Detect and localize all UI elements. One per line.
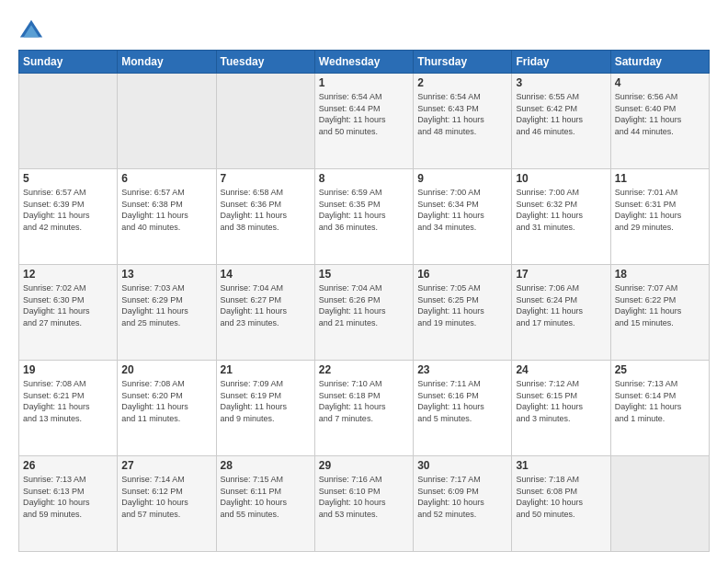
day-of-week-header: Sunday: [19, 51, 118, 74]
day-of-week-header: Friday: [512, 51, 610, 74]
logo: [18, 17, 48, 42]
calendar-day-cell: 7Sunrise: 6:58 AM Sunset: 6:36 PM Daylig…: [216, 169, 314, 265]
day-number: 28: [221, 459, 311, 472]
day-number: 10: [516, 172, 606, 185]
day-number: 27: [121, 459, 211, 472]
header: [18, 17, 710, 42]
day-info: Sunrise: 7:04 AM Sunset: 6:26 PM Dayligh…: [319, 282, 409, 328]
day-number: 1: [319, 76, 409, 89]
day-info: Sunrise: 7:18 AM Sunset: 6:08 PM Dayligh…: [516, 474, 606, 520]
day-number: 13: [121, 268, 211, 281]
day-info: Sunrise: 6:57 AM Sunset: 6:39 PM Dayligh…: [23, 187, 113, 233]
calendar-day-cell: 13Sunrise: 7:03 AM Sunset: 6:29 PM Dayli…: [118, 265, 216, 361]
calendar-day-cell: 8Sunrise: 6:59 AM Sunset: 6:35 PM Daylig…: [314, 169, 413, 265]
day-number: 15: [319, 268, 409, 281]
calendar-week-row: 19Sunrise: 7:08 AM Sunset: 6:21 PM Dayli…: [19, 361, 710, 456]
day-of-week-header: Wednesday: [314, 51, 413, 74]
day-number: 24: [516, 363, 606, 376]
calendar-week-row: 26Sunrise: 7:13 AM Sunset: 6:13 PM Dayli…: [19, 456, 710, 552]
day-number: 25: [615, 363, 705, 376]
calendar-week-row: 12Sunrise: 7:02 AM Sunset: 6:30 PM Dayli…: [19, 265, 710, 361]
day-of-week-header: Thursday: [414, 51, 512, 74]
day-info: Sunrise: 7:02 AM Sunset: 6:30 PM Dayligh…: [23, 282, 113, 328]
page: SundayMondayTuesdayWednesdayThursdayFrid…: [0, 0, 728, 563]
calendar-day-cell: 27Sunrise: 7:14 AM Sunset: 6:12 PM Dayli…: [118, 456, 216, 552]
day-of-week-header: Monday: [118, 51, 216, 74]
calendar-day-cell: 10Sunrise: 7:00 AM Sunset: 6:32 PM Dayli…: [512, 169, 610, 265]
day-number: 22: [319, 363, 409, 376]
day-info: Sunrise: 7:11 AM Sunset: 6:16 PM Dayligh…: [417, 378, 507, 424]
day-number: 29: [319, 459, 409, 472]
day-info: Sunrise: 7:14 AM Sunset: 6:12 PM Dayligh…: [121, 474, 211, 520]
day-number: 7: [221, 172, 311, 185]
logo-icon: [18, 17, 44, 42]
calendar-day-cell: 30Sunrise: 7:17 AM Sunset: 6:09 PM Dayli…: [414, 456, 512, 552]
calendar-day-cell: 20Sunrise: 7:08 AM Sunset: 6:20 PM Dayli…: [118, 361, 216, 456]
day-info: Sunrise: 7:12 AM Sunset: 6:15 PM Dayligh…: [516, 378, 606, 424]
day-number: 19: [23, 363, 113, 376]
day-number: 31: [516, 459, 606, 472]
day-info: Sunrise: 7:04 AM Sunset: 6:27 PM Dayligh…: [221, 282, 311, 328]
day-info: Sunrise: 7:00 AM Sunset: 6:32 PM Dayligh…: [516, 187, 606, 233]
day-info: Sunrise: 6:59 AM Sunset: 6:35 PM Dayligh…: [319, 187, 409, 233]
day-info: Sunrise: 7:08 AM Sunset: 6:20 PM Dayligh…: [121, 378, 211, 424]
calendar-day-cell: 12Sunrise: 7:02 AM Sunset: 6:30 PM Dayli…: [19, 265, 118, 361]
day-info: Sunrise: 6:55 AM Sunset: 6:42 PM Dayligh…: [516, 91, 606, 137]
calendar-day-cell: 18Sunrise: 7:07 AM Sunset: 6:22 PM Dayli…: [610, 265, 709, 361]
calendar-day-cell: 1Sunrise: 6:54 AM Sunset: 6:44 PM Daylig…: [314, 74, 413, 169]
calendar-day-cell: 14Sunrise: 7:04 AM Sunset: 6:27 PM Dayli…: [216, 265, 314, 361]
day-info: Sunrise: 7:15 AM Sunset: 6:11 PM Dayligh…: [221, 474, 311, 520]
calendar-day-cell: 28Sunrise: 7:15 AM Sunset: 6:11 PM Dayli…: [216, 456, 314, 552]
day-number: 30: [417, 459, 507, 472]
day-number: 11: [615, 172, 705, 185]
day-number: 18: [615, 268, 705, 281]
calendar-day-cell: [216, 74, 314, 169]
calendar-day-cell: 5Sunrise: 6:57 AM Sunset: 6:39 PM Daylig…: [19, 169, 118, 265]
day-info: Sunrise: 7:08 AM Sunset: 6:21 PM Dayligh…: [23, 378, 113, 424]
day-number: 5: [23, 172, 113, 185]
day-info: Sunrise: 6:58 AM Sunset: 6:36 PM Dayligh…: [221, 187, 311, 233]
day-info: Sunrise: 6:57 AM Sunset: 6:38 PM Dayligh…: [121, 187, 211, 233]
day-info: Sunrise: 7:13 AM Sunset: 6:14 PM Dayligh…: [615, 378, 705, 424]
day-number: 14: [221, 268, 311, 281]
calendar-day-cell: [19, 74, 118, 169]
calendar-day-cell: 25Sunrise: 7:13 AM Sunset: 6:14 PM Dayli…: [610, 361, 709, 456]
calendar-day-cell: 9Sunrise: 7:00 AM Sunset: 6:34 PM Daylig…: [414, 169, 512, 265]
calendar-day-cell: 16Sunrise: 7:05 AM Sunset: 6:25 PM Dayli…: [414, 265, 512, 361]
day-info: Sunrise: 6:54 AM Sunset: 6:43 PM Dayligh…: [417, 91, 507, 137]
calendar-day-cell: 23Sunrise: 7:11 AM Sunset: 6:16 PM Dayli…: [414, 361, 512, 456]
day-number: 3: [516, 76, 606, 89]
calendar-day-cell: 29Sunrise: 7:16 AM Sunset: 6:10 PM Dayli…: [314, 456, 413, 552]
calendar-day-cell: 15Sunrise: 7:04 AM Sunset: 6:26 PM Dayli…: [314, 265, 413, 361]
calendar-day-cell: 19Sunrise: 7:08 AM Sunset: 6:21 PM Dayli…: [19, 361, 118, 456]
day-number: 21: [221, 363, 311, 376]
day-info: Sunrise: 7:00 AM Sunset: 6:34 PM Dayligh…: [417, 187, 507, 233]
day-info: Sunrise: 7:10 AM Sunset: 6:18 PM Dayligh…: [319, 378, 409, 424]
day-info: Sunrise: 7:13 AM Sunset: 6:13 PM Dayligh…: [23, 474, 113, 520]
calendar-day-cell: 17Sunrise: 7:06 AM Sunset: 6:24 PM Dayli…: [512, 265, 610, 361]
calendar-day-cell: 11Sunrise: 7:01 AM Sunset: 6:31 PM Dayli…: [610, 169, 709, 265]
calendar-day-cell: 2Sunrise: 6:54 AM Sunset: 6:43 PM Daylig…: [414, 74, 512, 169]
day-number: 26: [23, 459, 113, 472]
day-info: Sunrise: 7:03 AM Sunset: 6:29 PM Dayligh…: [121, 282, 211, 328]
day-info: Sunrise: 6:56 AM Sunset: 6:40 PM Dayligh…: [615, 91, 705, 137]
day-info: Sunrise: 7:07 AM Sunset: 6:22 PM Dayligh…: [615, 282, 705, 328]
calendar-week-row: 1Sunrise: 6:54 AM Sunset: 6:44 PM Daylig…: [19, 74, 710, 169]
day-number: 20: [121, 363, 211, 376]
calendar-day-cell: 26Sunrise: 7:13 AM Sunset: 6:13 PM Dayli…: [19, 456, 118, 552]
calendar-header-row: SundayMondayTuesdayWednesdayThursdayFrid…: [19, 51, 710, 74]
day-number: 17: [516, 268, 606, 281]
calendar-day-cell: 24Sunrise: 7:12 AM Sunset: 6:15 PM Dayli…: [512, 361, 610, 456]
day-info: Sunrise: 7:01 AM Sunset: 6:31 PM Dayligh…: [615, 187, 705, 233]
day-info: Sunrise: 7:06 AM Sunset: 6:24 PM Dayligh…: [516, 282, 606, 328]
day-info: Sunrise: 7:17 AM Sunset: 6:09 PM Dayligh…: [417, 474, 507, 520]
calendar-day-cell: 6Sunrise: 6:57 AM Sunset: 6:38 PM Daylig…: [118, 169, 216, 265]
day-number: 6: [121, 172, 211, 185]
day-info: Sunrise: 7:16 AM Sunset: 6:10 PM Dayligh…: [319, 474, 409, 520]
calendar-day-cell: 3Sunrise: 6:55 AM Sunset: 6:42 PM Daylig…: [512, 74, 610, 169]
calendar-day-cell: 31Sunrise: 7:18 AM Sunset: 6:08 PM Dayli…: [512, 456, 610, 552]
day-number: 23: [417, 363, 507, 376]
calendar-day-cell: [118, 74, 216, 169]
calendar: SundayMondayTuesdayWednesdayThursdayFrid…: [18, 50, 710, 552]
calendar-day-cell: [610, 456, 709, 552]
